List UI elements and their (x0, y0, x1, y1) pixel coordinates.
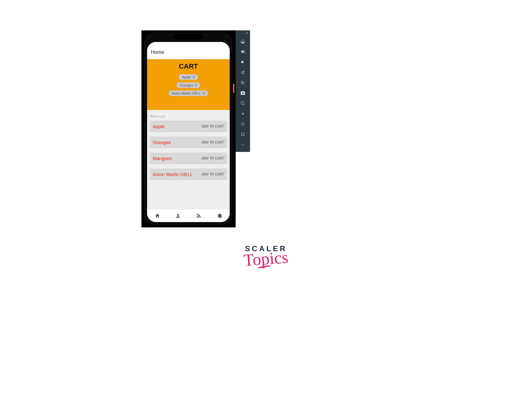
items-section: Items List Apple ADD TO CART Oranges ADD… (147, 110, 230, 209)
svg-rect-1 (242, 133, 244, 136)
home-icon[interactable] (155, 213, 160, 219)
phone-device-frame: Home CART Apple X Oranges X Aston Martin… (144, 33, 233, 225)
status-bar (147, 42, 230, 46)
phone-screen: Home CART Apple X Oranges X Aston Martin… (147, 42, 230, 222)
item-name: Oranges (153, 140, 171, 145)
item-name: Apple (153, 124, 165, 129)
item-name: Mangoes (153, 156, 172, 161)
svg-point-4 (244, 144, 244, 145)
user-icon[interactable] (175, 213, 181, 219)
remove-icon[interactable]: X (192, 75, 195, 79)
overview-icon[interactable] (236, 129, 250, 139)
cart-chip-label: Aston Martin DB11 (172, 91, 201, 95)
page-title: Home (151, 49, 226, 55)
bottom-nav (147, 209, 230, 222)
cart-chip: Apple X (179, 74, 198, 80)
svg-point-3 (243, 144, 243, 145)
power-icon[interactable] (236, 36, 250, 46)
list-item: Aston Martin DB11 ADD TO CART (150, 169, 227, 180)
rotate-left-icon[interactable] (236, 67, 250, 77)
back-icon[interactable] (236, 108, 250, 119)
add-to-cart-button[interactable]: ADD TO CART (202, 125, 224, 128)
volume-up-icon[interactable] (236, 46, 250, 57)
svg-point-2 (241, 144, 242, 145)
cart-chip: Oranges X (176, 82, 200, 88)
camera-icon[interactable] (236, 88, 250, 98)
home-nav-icon[interactable] (236, 119, 250, 129)
emulator-sidebar: – ✕ (236, 30, 250, 152)
brand-sub: Topics (243, 250, 289, 268)
list-item: Apple ADD TO CART (150, 121, 227, 132)
cart-chip-label: Oranges (180, 83, 193, 87)
add-to-cart-button[interactable]: ADD TO CART (202, 157, 224, 160)
cart-chip: Aston Martin DB11 X (169, 91, 208, 96)
cart-panel: CART Apple X Oranges X Aston Martin DB11… (147, 59, 230, 110)
volume-down-icon[interactable] (236, 57, 250, 67)
cart-chip-label: Apple (182, 75, 191, 79)
more-icon[interactable] (236, 139, 250, 150)
device-power-button (233, 84, 234, 93)
window-controls: – ✕ (236, 30, 250, 36)
remove-icon[interactable]: X (195, 83, 197, 87)
gear-icon[interactable] (217, 213, 222, 219)
zoom-icon[interactable] (236, 98, 250, 108)
item-name: Aston Martin DB11 (153, 172, 192, 177)
minimize-icon[interactable]: – (242, 32, 244, 35)
items-heading: Items List (150, 112, 227, 121)
app-header: Home (147, 46, 230, 59)
add-to-cart-button[interactable]: ADD TO CART (202, 141, 224, 144)
list-item: Mangoes ADD TO CART (150, 153, 227, 164)
close-icon[interactable]: ✕ (246, 32, 248, 35)
svg-point-0 (242, 123, 244, 125)
rotate-right-icon[interactable] (236, 77, 250, 88)
cart-title: CART (179, 62, 198, 70)
remove-icon[interactable]: X (202, 91, 205, 95)
phone-notch (174, 34, 202, 39)
add-to-cart-button[interactable]: ADD TO CART (202, 173, 224, 176)
brand-logo: SCALER Topics (0, 244, 532, 267)
rss-icon[interactable] (196, 213, 202, 219)
list-item: Oranges ADD TO CART (150, 137, 227, 148)
